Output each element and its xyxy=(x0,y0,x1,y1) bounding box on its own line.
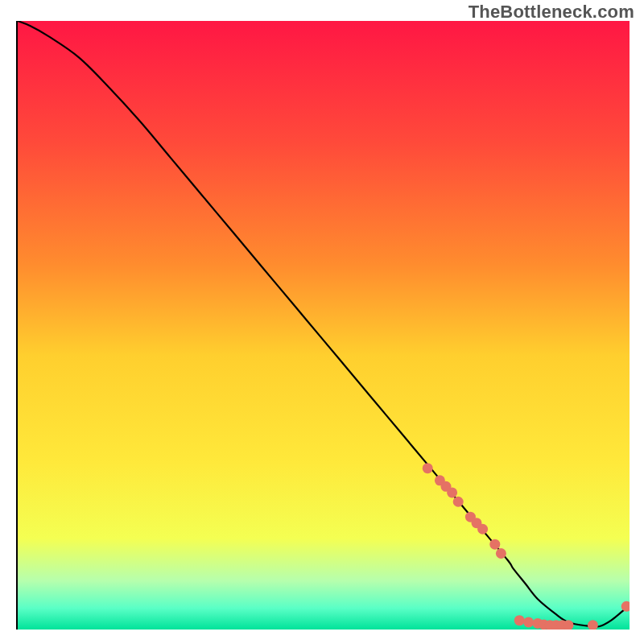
plot-svg xyxy=(18,21,630,630)
curve-marker xyxy=(423,463,433,473)
curve-marker xyxy=(447,487,457,497)
curve-marker xyxy=(477,524,488,535)
watermark-text: TheBottleneck.com xyxy=(469,2,634,23)
curve-marker xyxy=(496,548,506,559)
plot-area xyxy=(16,21,628,630)
curve-marker xyxy=(489,539,500,550)
curve-marker xyxy=(453,497,464,507)
curve-marker xyxy=(523,617,534,627)
chart-root: TheBottleneck.com xyxy=(0,0,644,644)
gradient-background xyxy=(18,21,630,630)
curve-marker xyxy=(514,615,525,625)
